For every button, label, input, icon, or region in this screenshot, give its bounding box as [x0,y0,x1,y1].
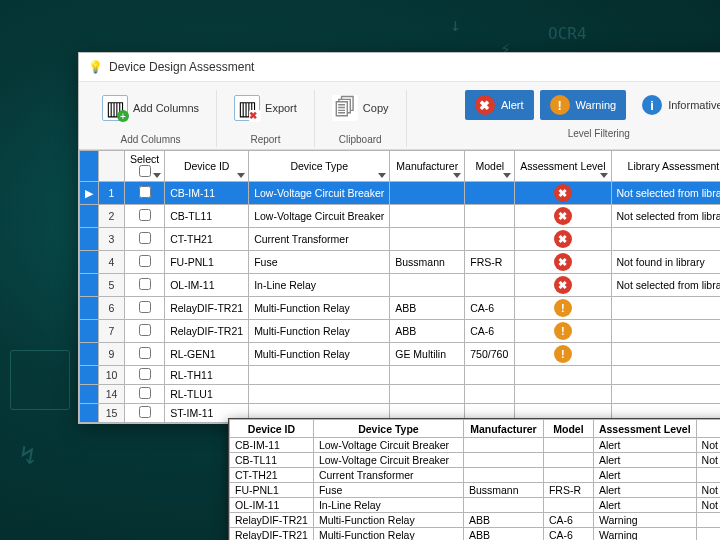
select-header[interactable]: Select [125,151,165,182]
rownum-cell: 6 [99,297,125,320]
popup-row: FU-PNL1FuseBussmannFRS-RAlertNot f [230,483,721,498]
rownum-cell: 1 [99,182,125,205]
ribbon-group-filtering: ✖ Alert ! Warning i Informative Level Fi… [407,90,720,147]
popup-deviceid-cell: CB-IM-11 [230,438,314,453]
library-cell [611,366,720,385]
select-cell[interactable] [125,205,165,228]
library-cell [611,228,720,251]
level-header[interactable]: Assessment Level [515,151,611,182]
rownum-cell: 5 [99,274,125,297]
alert-icon: ✖ [554,230,572,248]
model-cell: CA-6 [465,320,515,343]
popup-table: Device ID Device Type Manufacturer Model… [228,418,720,540]
table-row[interactable]: 9RL-GEN1Multi-Function RelayGE Multilin7… [80,343,721,366]
ribbon-group-name: Add Columns [121,134,181,145]
data-grid: Select Device ID Device Type Manufacture… [79,150,720,423]
table-row[interactable]: 5OL-IM-11In-Line Relay✖Not selected from… [80,274,721,297]
rowmarker: ▶ [80,182,99,205]
table-row[interactable]: 10RL-TH11 [80,366,721,385]
model-cell [465,228,515,251]
manufacturer-cell [390,205,465,228]
library-cell [611,343,720,366]
level-cell [515,385,611,404]
manufacturer-cell [390,182,465,205]
select-cell[interactable] [125,320,165,343]
devicetype-cell: In-Line Relay [249,274,390,297]
popup-level-cell: Alert [593,498,696,513]
deviceid-header[interactable]: Device ID [165,151,249,182]
model-cell: CA-6 [465,297,515,320]
select-cell[interactable] [125,182,165,205]
filter-warning-button[interactable]: ! Warning [540,90,627,120]
devicetype-cell: Current Transformer [249,228,390,251]
deviceid-cell: CB-IM-11 [165,182,249,205]
copy-label: Copy [363,102,389,114]
select-cell[interactable] [125,251,165,274]
warning-icon: ! [554,345,572,363]
ribbon-group-report: ▥✖ Export Report [217,90,315,147]
popup-manufacturer-cell [463,468,543,483]
popup-level-cell: Warning [593,528,696,541]
select-cell[interactable] [125,343,165,366]
rowmarker [80,297,99,320]
select-cell[interactable] [125,274,165,297]
deviceid-cell: RL-TLU1 [165,385,249,404]
popup-deviceid-cell: RelayDIF-TR21 [230,528,314,541]
rownum-cell: 9 [99,343,125,366]
popup-lib-cell [696,513,720,528]
table-row[interactable]: 4FU-PNL1FuseBussmannFRS-R✖Not found in l… [80,251,721,274]
deviceid-cell: CT-TH21 [165,228,249,251]
export-icon: ▥✖ [234,95,260,121]
popup-deviceid-cell: OL-IM-11 [230,498,314,513]
table-row[interactable]: 6RelayDIF-TR21Multi-Function RelayABBCA-… [80,297,721,320]
select-cell[interactable] [125,404,165,423]
manufacturer-cell: ABB [390,297,465,320]
manufacturer-cell: Bussmann [390,251,465,274]
library-cell: Not selected from library [611,274,720,297]
filter-informative-button[interactable]: i Informative [632,90,720,120]
deviceid-cell: RelayDIF-TR21 [165,297,249,320]
filter-alert-button[interactable]: ✖ Alert [465,90,534,120]
library-cell [611,297,720,320]
ribbon-group-addcolumns: ▥+ Add Columns Add Columns [85,90,217,147]
copy-button[interactable]: 🗐 Copy [323,90,398,126]
table-row[interactable]: 7RelayDIF-TR21Multi-Function RelayABBCA-… [80,320,721,343]
library-header[interactable]: Library Assessment [611,151,720,182]
table-row[interactable]: ▶1CB-IM-11Low-Voltage Circuit Breaker✖No… [80,182,721,205]
select-cell[interactable] [125,366,165,385]
devicetype-cell: Low-Voltage Circuit Breaker [249,205,390,228]
rowmarker [80,366,99,385]
deviceid-cell: RL-TH11 [165,366,249,385]
add-columns-button[interactable]: ▥+ Add Columns [93,90,208,126]
popup-devicetype-cell: In-Line Relay [313,498,463,513]
rowmarker [80,274,99,297]
popup-row: RelayDIF-TR21Multi-Function RelayABBCA-6… [230,513,721,528]
table-row[interactable]: 2CB-TL11Low-Voltage Circuit Breaker✖Not … [80,205,721,228]
app-icon: 💡 [87,59,103,75]
popup-manufacturer-cell: Bussmann [463,483,543,498]
devicetype-header[interactable]: Device Type [249,151,390,182]
select-cell[interactable] [125,385,165,404]
ribbon-group-name: Level Filtering [568,128,630,139]
popup-deviceid-cell: FU-PNL1 [230,483,314,498]
manufacturer-header[interactable]: Manufacturer [390,151,465,182]
alert-icon: ✖ [554,276,572,294]
table-row[interactable]: 14RL-TLU1 [80,385,721,404]
filter-warning-label: Warning [576,99,617,111]
table-row[interactable]: 3CT-TH21Current Transformer✖Input CT [80,228,721,251]
select-cell[interactable] [125,228,165,251]
library-cell: Not selected from library [611,205,720,228]
rowmarker [80,205,99,228]
select-cell[interactable] [125,297,165,320]
manufacturer-cell [390,228,465,251]
popup-deviceid-cell: CB-TL11 [230,453,314,468]
export-button[interactable]: ▥✖ Export [225,90,306,126]
rowmarker [80,320,99,343]
popup-model-cell: FRS-R [543,483,593,498]
popup-devicetype-cell: Current Transformer [313,468,463,483]
library-cell: Not found in library [611,251,720,274]
model-header[interactable]: Model [465,151,515,182]
popup-model-header: Model [543,420,593,438]
popup-devicetype-cell: Multi-Function Relay [313,528,463,541]
info-icon: i [642,95,662,115]
